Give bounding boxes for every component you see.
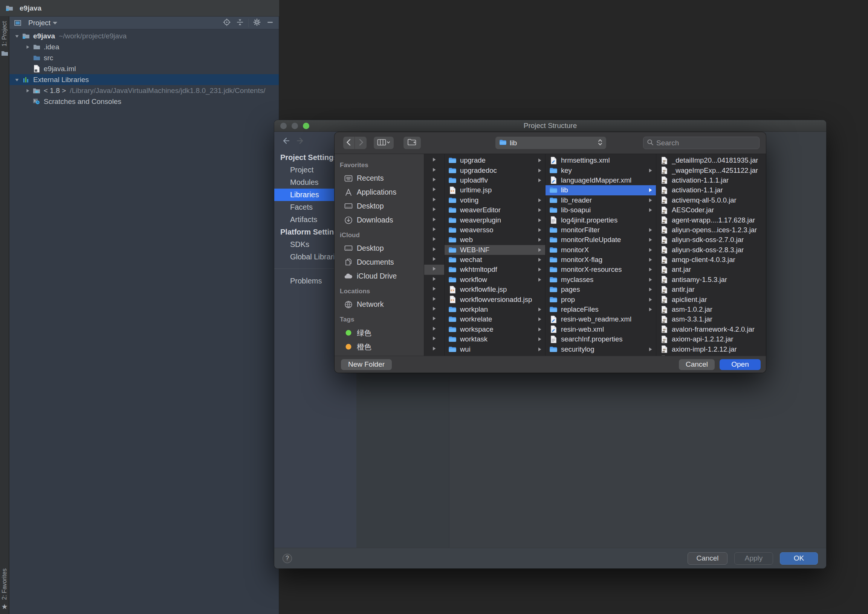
file-row-lib[interactable]: lib <box>546 185 656 195</box>
sidebar-item-desktop[interactable]: Desktop <box>334 199 424 213</box>
file-row-lib-soapui[interactable]: lib-soapui <box>546 205 656 215</box>
hide-panel-button[interactable] <box>265 18 275 28</box>
file-row-antlr-jar[interactable]: antlr.jar <box>656 285 765 295</box>
file-row-workplan[interactable]: workplan <box>445 305 545 314</box>
tree-row-external-libraries[interactable]: External Libraries <box>9 74 279 85</box>
expander-open-icon[interactable] <box>12 77 22 82</box>
parent-strip-row[interactable] <box>424 215 444 225</box>
dialog-titlebar[interactable]: Project Structure <box>274 120 826 132</box>
file-row-securitylog[interactable]: securitylog <box>546 344 656 354</box>
view-mode-button[interactable] <box>374 136 394 149</box>
project-view-selector[interactable]: Project <box>28 19 50 27</box>
file-row-workflow[interactable]: workflow <box>445 275 545 285</box>
file-row-axiom-api-1-2-12-jar[interactable]: axiom-api-1.2.12.jar <box>656 334 765 344</box>
sidebar-item-icloud-drive[interactable]: iCloud Drive <box>334 269 424 283</box>
file-row-wageimpexp-4251122-jar[interactable]: _wageImpExp...4251122.jar <box>656 165 765 175</box>
tree-row-1-8[interactable]: < 1.8 >/Library/Java/JavaVirtualMachines… <box>9 85 279 96</box>
parent-strip-row[interactable] <box>424 225 444 235</box>
chooser-cancel-button[interactable]: Cancel <box>679 359 715 370</box>
file-row-replacefiles[interactable]: replaceFiles <box>546 305 656 314</box>
search-field[interactable] <box>643 136 759 149</box>
file-row-workflowversionadd-jsp[interactable]: workflowversionadd.jsp <box>445 295 545 304</box>
file-row-workspace[interactable]: workspace <box>445 324 545 334</box>
sidebar-item-绿色[interactable]: 绿色 <box>334 326 424 340</box>
settings-button[interactable] <box>252 18 262 28</box>
file-row-agent-wrapp-1-17-628-jar[interactable]: agent-wrapp....1.17.628.jar <box>656 215 765 225</box>
parent-strip-row[interactable] <box>424 245 444 255</box>
parent-strip-row[interactable] <box>424 265 444 274</box>
parent-strip-row[interactable] <box>424 305 444 314</box>
new-folder-toolbar-button[interactable] <box>403 136 421 149</box>
file-row-axiom-impl-1-2-12-jar[interactable]: axiom-impl-1.2.12.jar <box>656 344 765 354</box>
file-row-asm-1-0-2-jar[interactable]: asm-1.0.2.jar <box>656 305 765 314</box>
parent-strip-row[interactable] <box>424 195 444 205</box>
collapse-all-button[interactable] <box>235 18 245 28</box>
tree-row-scratches-and-consoles[interactable]: Scratches and Consoles <box>9 96 279 107</box>
file-row-urltime-jsp[interactable]: urltime.jsp <box>445 185 545 195</box>
file-row-prop[interactable]: prop <box>546 295 656 304</box>
sidebar-item-橙色[interactable]: 橙色 <box>334 340 424 354</box>
file-row-monitorruleupdate[interactable]: monitorRuleUpdate <box>546 235 656 245</box>
parent-strip-row[interactable] <box>424 344 444 354</box>
file-row-amqp-client-4-0-3-jar[interactable]: amqp-client-4.0.3.jar <box>656 255 765 265</box>
parent-strip-row[interactable] <box>424 165 444 175</box>
file-row-activemq-all-5-0-0-jar[interactable]: activemq-all-5.0.0.jar <box>656 195 765 205</box>
dialog-cancel-button[interactable]: Cancel <box>688 552 728 565</box>
parent-strip-row[interactable] <box>424 285 444 295</box>
file-row-weavereditor[interactable]: weaverEditor <box>445 205 545 215</box>
search-input[interactable] <box>656 139 756 147</box>
file-row-aliyun-sdk-oss-2-7-0-jar[interactable]: aliyun-sdk-oss-2.7.0.jar <box>656 235 765 245</box>
parent-strip-row[interactable] <box>424 185 444 195</box>
parent-strip-row[interactable] <box>424 314 444 324</box>
open-button[interactable]: Open <box>720 359 761 370</box>
file-row-workflowfile-jsp[interactable]: workflowfile.jsp <box>445 285 545 295</box>
file-row-searchinf-properties[interactable]: searchInf.properties <box>546 334 656 344</box>
file-row-pages[interactable]: pages <box>546 285 656 295</box>
forward-arrow-icon[interactable] <box>296 136 306 147</box>
file-row-asm-3-3-1-jar[interactable]: asm-3.3.1.jar <box>656 314 765 324</box>
file-row-weaverplugin[interactable]: weaverplugin <box>445 215 545 225</box>
file-row-activation-1-1-jar[interactable]: activation-1.1.jar <box>656 185 765 195</box>
sidebar-item-desktop[interactable]: Desktop <box>334 241 424 255</box>
expander-closed-icon[interactable] <box>23 44 32 50</box>
parent-strip-row[interactable] <box>424 324 444 334</box>
file-row-key[interactable]: key <box>546 165 656 175</box>
sidebar-item-recents[interactable]: Recents <box>334 171 424 185</box>
close-window-button[interactable] <box>280 123 287 129</box>
file-row-antisamy-1-5-3-jar[interactable]: antisamy-1.5.3.jar <box>656 275 765 285</box>
help-button[interactable]: ? <box>283 554 292 563</box>
file-row-detailimp20-04181935-jar[interactable]: _detailImp20...04181935.jar <box>656 155 765 165</box>
chooser-forward-button[interactable] <box>355 136 367 149</box>
parent-strip-row[interactable] <box>424 255 444 265</box>
file-row-avalon-framework-4-2-0-jar[interactable]: avalon-framework-4.2.0.jar <box>656 324 765 334</box>
parent-strip-row[interactable] <box>424 155 444 165</box>
parent-strip-row[interactable] <box>424 205 444 215</box>
file-row-lib-reader[interactable]: lib_reader <box>546 195 656 205</box>
locate-file-button[interactable] <box>222 18 232 28</box>
dialog-ok-button[interactable]: OK <box>780 552 818 565</box>
file-row-resin-web-xml[interactable]: resin-web.xml <box>546 324 656 334</box>
tree-row-src[interactable]: src <box>9 52 279 63</box>
file-row-resin-web-readme-xml[interactable]: resin-web_readme.xml <box>546 314 656 324</box>
parent-strip-row[interactable] <box>424 275 444 285</box>
file-row-languageidmapper-xml[interactable]: languageIdMapper.xml <box>546 175 656 185</box>
file-row-worktask[interactable]: worktask <box>445 334 545 344</box>
sidebar-item-documents[interactable]: Documents <box>334 255 424 269</box>
file-row-workrelate[interactable]: workrelate <box>445 314 545 324</box>
sidebar-item-applications[interactable]: Applications <box>334 185 424 199</box>
file-row-upgrade[interactable]: upgrade <box>445 155 545 165</box>
file-row-hrmsettings-xml[interactable]: hrmsettings.xml <box>546 155 656 165</box>
tree-row-e9java-iml[interactable]: e9java.iml <box>9 63 279 74</box>
sidebar-item-downloads[interactable]: Downloads <box>334 213 424 227</box>
sidebar-item-network[interactable]: Network <box>334 298 424 311</box>
dialog-apply-button[interactable]: Apply <box>734 552 773 565</box>
file-row-uploadflv[interactable]: uploadflv <box>445 175 545 185</box>
tree-row-e9java[interactable]: e9java~/work/project/e9java <box>9 31 279 42</box>
file-row-wkhtmltopdf[interactable]: wkhtmltopdf <box>445 265 545 274</box>
file-row-log4jinit-properties[interactable]: log4jinit.properties <box>546 215 656 225</box>
back-arrow-icon[interactable] <box>280 136 290 147</box>
file-row-web[interactable]: web <box>445 235 545 245</box>
file-row-web-inf[interactable]: WEB-INF <box>445 245 545 255</box>
file-row-aliyun-opens-ices-1-2-3-jar[interactable]: aliyun-opens...ices-1.2.3.jar <box>656 225 765 235</box>
minimize-window-button[interactable] <box>292 123 298 129</box>
